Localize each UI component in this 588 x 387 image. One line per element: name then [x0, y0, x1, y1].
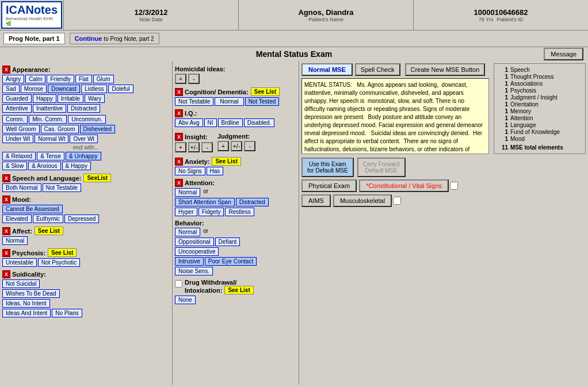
aims-button[interactable]: AIMS — [301, 194, 331, 207]
btn-comm[interactable]: Comm. — [2, 115, 28, 124]
create-mse-button[interactable]: Create New MSE Button — [405, 63, 486, 76]
insight-minus[interactable]: - — [201, 142, 213, 152]
btn-cog-not-tested[interactable]: Not Tested — [245, 97, 280, 106]
btn-inattentive[interactable]: Inattentive — [33, 104, 66, 113]
homicidal-plus[interactable]: + — [175, 74, 186, 84]
suicidality-x-btn[interactable]: X — [2, 270, 10, 278]
btn-short-attn[interactable]: Short Attention Span — [175, 198, 235, 206]
drug-checkbox[interactable] — [175, 280, 182, 288]
speech-x-btn[interactable]: X — [2, 174, 10, 182]
btn-friendly[interactable]: Friendly — [47, 75, 74, 83]
btn-ideas-and-intent[interactable]: Ideas And Intent — [2, 309, 51, 317]
btn-wary[interactable]: Wary — [85, 94, 105, 103]
homicidal-minus[interactable]: - — [188, 74, 200, 84]
btn-over-wt[interactable]: Over Wt — [70, 135, 98, 143]
normal-mse-button[interactable]: Normal MSE — [301, 63, 353, 76]
btn-slow[interactable]: & Slow — [2, 162, 27, 170]
btn-downcast[interactable]: Downcast — [48, 85, 80, 93]
btn-fidgety[interactable]: Fidgety — [198, 208, 224, 216]
btn-hyper[interactable]: Hyper — [175, 208, 197, 216]
btn-cog-normal[interactable]: Normal — [215, 97, 243, 106]
btn-cog-not-testable[interactable]: Not Testable — [175, 97, 213, 106]
btn-wishes-dead[interactable]: Wishes To Be Dead — [2, 289, 60, 298]
btn-not-testable-speech[interactable]: Not Testable — [43, 183, 81, 192]
btn-affect-normal[interactable]: Normal — [2, 236, 28, 245]
continue-button[interactable]: Continue to Prog Note, part 2 — [70, 33, 159, 44]
btn-not-psychotic[interactable]: Not Psychotic — [38, 258, 80, 267]
btn-happy[interactable]: Happy — [33, 94, 56, 103]
appearance-x-btn[interactable]: X — [2, 66, 10, 74]
btn-distracted-attn[interactable]: Distracted — [236, 198, 269, 206]
btn-defiant[interactable]: Defiant — [215, 237, 240, 246]
btn-ideas-no-intent[interactable]: Ideas, No Intent — [2, 299, 50, 308]
affect-x-btn[interactable]: X — [2, 227, 10, 235]
constit-checkbox[interactable] — [450, 182, 458, 190]
btn-oppositional[interactable]: Oppositional — [175, 237, 214, 246]
btn-uncommun[interactable]: Uncommun. — [68, 115, 106, 124]
judgment-plus[interactable]: + — [217, 141, 229, 151]
btn-noise-sens[interactable]: Noise Sens. — [175, 267, 213, 275]
btn-normal-wt[interactable]: Normal Wt — [35, 135, 68, 143]
btn-irritable[interactable]: Irritable — [58, 94, 83, 103]
btn-euthymic[interactable]: Euthymic — [33, 214, 63, 223]
cog-see-list[interactable]: See List — [251, 87, 280, 96]
btn-flat[interactable]: Flat — [75, 75, 92, 83]
drug-see-list[interactable]: See List — [224, 286, 253, 294]
insight-x-btn[interactable]: X — [175, 133, 183, 141]
btn-uncooperative[interactable]: Uncooperative — [175, 247, 219, 256]
btn-unhappy[interactable]: & Unhappy — [66, 152, 101, 160]
insight-plusminus[interactable]: +/- — [188, 142, 200, 152]
btn-intrusive[interactable]: Intrusive — [175, 257, 204, 266]
cognition-x-btn[interactable]: X — [175, 88, 183, 96]
btn-under-wt[interactable]: Under Wt — [2, 135, 33, 143]
constit-button[interactable]: *Constitutional / Vital Signs — [359, 179, 449, 192]
judgment-minus[interactable]: - — [244, 141, 255, 151]
message-button[interactable]: Message — [544, 48, 583, 60]
mse-textarea[interactable]: MENTAL STATUS: Ms. Agnos appears sad loo… — [301, 78, 489, 154]
btn-drug-none[interactable]: None — [175, 296, 196, 304]
btn-anxious[interactable]: & Anxious — [28, 162, 60, 170]
btn-attn-normal[interactable]: Normal — [175, 188, 200, 197]
iq-x-btn[interactable]: X — [175, 109, 183, 117]
btn-min-comm[interactable]: Min. Comm. — [29, 115, 67, 124]
mood-x-btn[interactable]: X — [2, 196, 10, 204]
btn-attentive[interactable]: Attentive — [2, 104, 32, 113]
btn-has[interactable]: Has — [207, 167, 224, 175]
btn-restless[interactable]: Restless — [225, 208, 254, 216]
btn-both-normal[interactable]: Both Normal — [2, 183, 41, 192]
use-exam-button[interactable]: Use this Exam for Default MSE — [301, 158, 354, 177]
psychosis-x-btn[interactable]: X — [2, 249, 10, 257]
btn-angry[interactable]: Angry — [2, 75, 24, 83]
btn-tense[interactable]: & Tense — [37, 152, 64, 160]
attention-x-btn[interactable]: X — [175, 179, 183, 187]
judgment-plusminus[interactable]: +/- — [231, 141, 242, 151]
anxiety-see-list[interactable]: See List — [212, 157, 240, 166]
btn-untestable[interactable]: Untestable — [2, 258, 37, 267]
btn-disheveled[interactable]: Disheveled — [80, 125, 115, 133]
spell-check-button[interactable]: Spell Check — [355, 63, 400, 76]
btn-elevated[interactable]: Elevated — [2, 214, 32, 223]
btn-guarded[interactable]: Guarded — [2, 94, 32, 103]
btn-poor-eye[interactable]: Poor Eye Contact — [205, 257, 257, 266]
btn-calm[interactable]: Calm — [25, 75, 45, 83]
btn-happy[interactable]: & Happy — [62, 162, 91, 170]
btn-no-plans[interactable]: No Plans — [52, 309, 82, 317]
btn-relaxed[interactable]: & Relaxed — [2, 152, 36, 160]
btn-not-suicidal[interactable]: Not Suicidal — [2, 279, 40, 288]
carry-fwd-button[interactable]: Carry Forward Default MSE — [357, 158, 406, 177]
speech-see-list[interactable]: SeeList — [83, 174, 111, 182]
btn-listless[interactable]: Listless — [81, 85, 107, 93]
btn-cannot-assessed[interactable]: Cannot Be Assessed — [2, 205, 63, 213]
btn-depressed[interactable]: Depressed — [64, 214, 99, 223]
physical-exam-button[interactable]: Physical Exam — [301, 179, 357, 192]
btn-brdline[interactable]: Brdline — [218, 118, 243, 127]
btn-well-groom[interactable]: Well Groom — [2, 125, 40, 133]
anxiety-x-btn[interactable]: X — [175, 158, 183, 166]
btn-glum[interactable]: Glum — [93, 75, 114, 83]
prog-note-tab[interactable]: Prog Note, part 1 — [3, 33, 65, 44]
btn-disabled[interactable]: Disabled. — [244, 118, 275, 127]
btn-behav-normal[interactable]: Normal — [175, 228, 200, 236]
musc-checkbox[interactable] — [393, 197, 401, 205]
insight-plus[interactable]: + — [175, 142, 186, 152]
psychosis-see-list[interactable]: See List — [48, 248, 77, 257]
